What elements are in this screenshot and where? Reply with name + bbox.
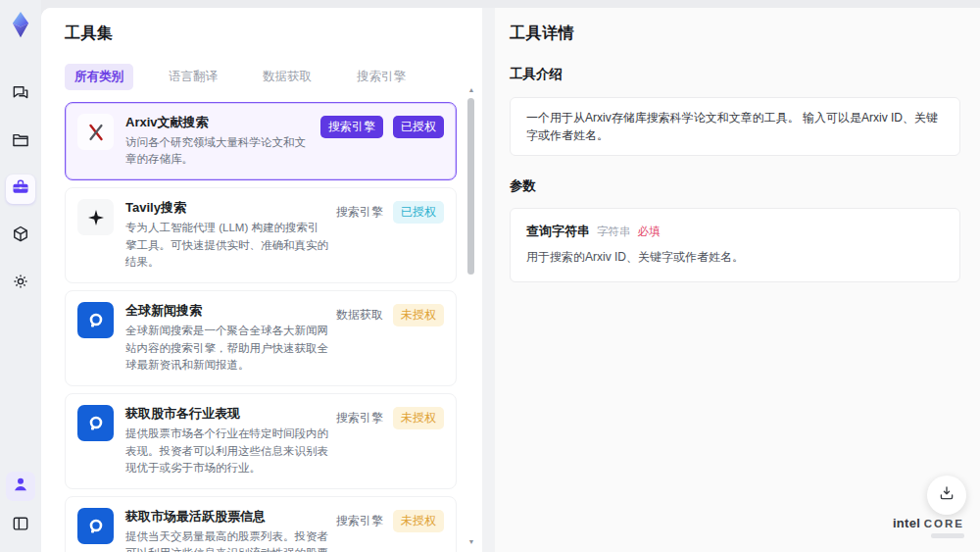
scroll-up-arrow[interactable]: ▲ (466, 86, 476, 94)
gear-icon (11, 272, 30, 295)
folder-icon (11, 130, 30, 154)
intro-box: 一个用于从Arxiv存储库搜索科学论文和文章的工具。 输入可以是Arxiv ID… (510, 97, 960, 156)
tool-card-sector-performance[interactable]: 获取股市各行业表现 提供股票市场各个行业在特定时间段内的表现。投资者可以利用这些… (65, 393, 457, 489)
panel-divider (482, 8, 495, 552)
auth-badge: 已授权 (393, 116, 444, 138)
global-news-icon (77, 302, 114, 338)
tool-desc: 专为人工智能代理 (LLM) 构建的搜索引擎工具。可快速提供实时、准确和真实的结… (125, 220, 328, 272)
scrollbar-thumb[interactable] (467, 98, 474, 275)
tool-card-global-news[interactable]: 全球新闻搜索 全球新闻搜索是一个聚合全球各大新闻网站内容的搜索引擎，帮助用户快速… (65, 290, 457, 386)
tool-name: 获取股市各行业表现 (125, 405, 328, 423)
auth-badge: 未授权 (393, 510, 444, 532)
main-content: 工具集 所有类别 语言翻译 数据获取 搜索引擎 A (41, 8, 980, 552)
tool-desc: 全球新闻搜索是一个聚合全球各大新闻网站内容的搜索引擎，帮助用户快速获取全球最新资… (125, 323, 328, 375)
param-name: 查询字符串 (526, 223, 590, 240)
list-scrollbar[interactable]: ▲ ▼ (466, 86, 476, 546)
active-stocks-icon (77, 508, 114, 544)
param-card: 查询字符串 字符串 必填 用于搜索的Arxiv ID、关键字或作者姓名。 (510, 208, 960, 282)
param-required-flag: 必填 (638, 225, 661, 239)
auth-badge: 未授权 (393, 407, 444, 429)
auth-badge: 未授权 (393, 304, 444, 326)
tab-data-fetch[interactable]: 数据获取 (253, 64, 321, 90)
tab-search-engine[interactable]: 搜索引擎 (347, 64, 416, 90)
sidebar-item-collapse[interactable] (6, 511, 35, 540)
tool-name: Arxiv文献搜索 (125, 114, 313, 131)
brand-core-text: core (924, 518, 964, 529)
tavily-star-icon (77, 199, 114, 235)
user-icon (11, 475, 30, 498)
sidebar-item-account[interactable] (6, 472, 35, 501)
detail-title: 工具详情 (510, 24, 960, 44)
download-icon (938, 484, 956, 506)
category-label: 搜索引擎 (336, 204, 383, 221)
auth-badge: 已授权 (393, 201, 444, 224)
tool-desc: 访问各个研究领域大量科学论文和文章的存储库。 (125, 134, 313, 170)
intro-heading: 工具介绍 (510, 66, 960, 83)
tool-desc: 提供当天交易量最高的股票列表。投资者可以利用这些信息来识别流动性强的股票和潜在的… (125, 528, 328, 552)
category-label: 搜索引擎 (336, 410, 383, 427)
toolbox-icon (11, 177, 30, 201)
tool-name: 全球新闻搜索 (125, 302, 328, 320)
param-desc: 用于搜索的Arxiv ID、关键字或作者姓名。 (526, 249, 944, 266)
app-logo (6, 10, 35, 39)
cube-icon (11, 225, 30, 248)
tab-all-categories[interactable]: 所有类别 (65, 64, 133, 90)
tool-name: 获取市场最活跃股票信息 (125, 508, 328, 526)
arxiv-icon (77, 114, 114, 150)
category-label: 数据获取 (336, 307, 383, 324)
tool-name: Tavily搜索 (125, 199, 328, 217)
sidebar-item-chat[interactable] (6, 80, 35, 110)
chat-icon (11, 83, 30, 107)
panel-toggle-icon (11, 514, 30, 537)
page-title: 工具集 (65, 24, 482, 44)
category-label: 搜索引擎 (336, 513, 383, 529)
tool-card-active-stocks[interactable]: 获取市场最活跃股票信息 提供当天交易量最高的股票列表。投资者可以利用这些信息来识… (65, 496, 457, 552)
sidebar-item-tools[interactable] (6, 175, 35, 204)
sidebar-item-settings[interactable] (6, 269, 35, 298)
brand-subline (931, 533, 964, 538)
category-badge: 搜索引擎 (320, 116, 383, 138)
tool-detail-panel: 工具详情 工具介绍 一个用于从Arxiv存储库搜索科学论文和文章的工具。 输入可… (495, 8, 980, 552)
tool-card-tavily[interactable]: Tavily搜索 专为人工智能代理 (LLM) 构建的搜索引擎工具。可快速提供实… (65, 187, 457, 283)
app-window: 工具集 所有类别 语言翻译 数据获取 搜索引擎 A (0, 0, 980, 552)
tool-card-arxiv[interactable]: Arxiv文献搜索 访问各个研究领域大量科学论文和文章的存储库。 搜索引擎 已授… (65, 102, 457, 180)
tool-list: Arxiv文献搜索 访问各个研究领域大量科学论文和文章的存储库。 搜索引擎 已授… (65, 102, 482, 552)
left-sidebar (0, 0, 41, 552)
sidebar-item-packages[interactable] (6, 222, 35, 251)
sidebar-item-files[interactable] (6, 127, 35, 157)
param-type: 字符串 (597, 225, 631, 239)
scroll-down-arrow[interactable]: ▼ (466, 538, 476, 546)
tool-desc: 提供股票市场各个行业在特定时间段内的表现。投资者可以利用这些信息来识别表现优于或… (125, 426, 328, 477)
download-button[interactable] (927, 476, 966, 515)
tab-language-translation[interactable]: 语言翻译 (159, 64, 227, 90)
params-heading: 参数 (510, 177, 960, 195)
intel-core-logo: intel core (893, 514, 964, 538)
category-tabs: 所有类别 语言翻译 数据获取 搜索引擎 (65, 64, 482, 90)
tools-panel: 工具集 所有类别 语言翻译 数据获取 搜索引擎 A (41, 8, 482, 552)
sector-performance-icon (77, 405, 114, 441)
brand-intel-text: intel (893, 516, 920, 530)
